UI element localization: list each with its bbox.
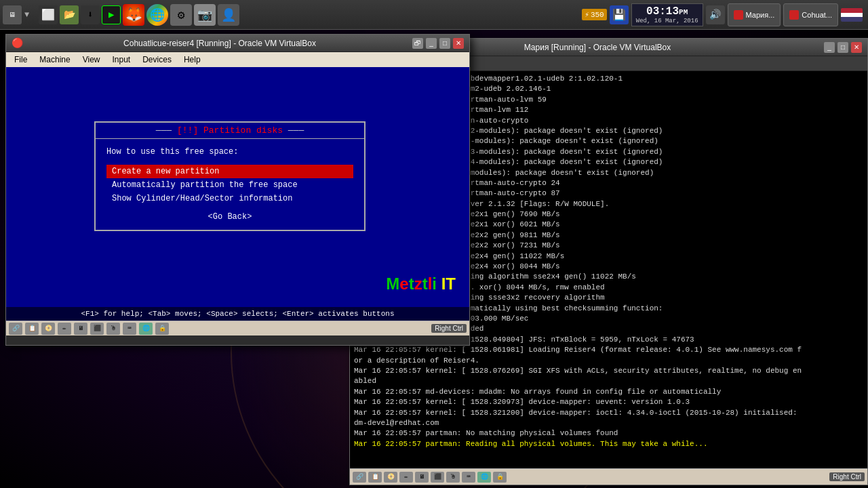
settings-icon[interactable]: ⚙ — [170, 4, 192, 26]
dialog-question: How to use this free space: — [106, 147, 353, 157]
cohuatlicue-menubar: File Machine View Input Devices Help — [6, 52, 469, 67]
firefox-icon[interactable]: 🦊 — [123, 4, 144, 26]
maria-statusbar: 🔗 📋 📀 ✏ 🖥 ⬛ 🖱 ⌨ 🌐 🔒 Right Ctrl — [350, 468, 867, 485]
download-icon[interactable]: ⬇ — [81, 5, 100, 24]
status-icon-display[interactable]: 🖥 — [74, 323, 87, 335]
maria-maximize-btn[interactable]: □ — [837, 42, 848, 53]
cohuat-btn-icon — [789, 10, 799, 20]
cohuatlicue-vm-screen[interactable]: ——— [!!] Partition disks ——— How to use … — [6, 67, 469, 321]
status-icon-keyboard[interactable]: ⌨ — [123, 323, 136, 335]
cohuatlicue-titlebar-icon: 🔴 — [12, 37, 23, 49]
dialog-option-2[interactable]: Show Cylinder/Head/Sector information — [106, 192, 353, 205]
cohuatlicue-statusbar: 🔗 📋 📀 ✏ 🖥 ⬛ 🖱 ⌨ 🌐 🔒 Right Ctrl — [6, 321, 469, 336]
window-manager-icon[interactable]: ⬜ — [39, 5, 58, 24]
menu-view[interactable]: View — [77, 54, 106, 66]
user-icon[interactable]: 👤 — [218, 4, 239, 26]
watermark-i: i — [432, 274, 437, 293]
status-icon-clipboard[interactable]: 📋 — [25, 323, 39, 335]
taskbar-apps: ⬜ 📂 ⬇ ▶ 🦊 🌐 ⚙ 📷 👤 — [33, 4, 245, 26]
cohuatlicue-window-controls: 🗗 _ □ ✕ — [412, 38, 464, 49]
watermark-m: M — [386, 274, 399, 293]
speed-indicator: ⚡ 350 — [582, 9, 606, 20]
dialog-title-bracket-open: ——— — [156, 125, 177, 136]
menu-help[interactable]: Help — [178, 54, 206, 66]
maria-task-btn[interactable]: Мария... — [728, 3, 781, 26]
taskbar-right: ⚡ 350 💾 03:13PM Wed, 16 Mar, 2016 🔊 Мари… — [576, 3, 868, 26]
status-icon-lock[interactable]: 🔒 — [155, 323, 169, 335]
watermark-t2: t — [422, 274, 428, 293]
menu-devices[interactable]: Devices — [137, 54, 177, 66]
cohuatlicue-virtualbox-window: 🔴 Cohuatlicue-reiser4 [Running] - Oracle… — [5, 34, 470, 346]
status-icon-usb[interactable]: ⬛ — [90, 323, 104, 335]
maria-btn-icon — [734, 10, 743, 20]
maria-status-icons: 🔗 📋 📀 ✏ 🖥 ⬛ 🖱 ⌨ 🌐 🔒 — [353, 472, 507, 483]
terminal-icon[interactable]: ▶ — [102, 5, 121, 24]
maria-status-icon-2[interactable]: 📋 — [368, 472, 382, 483]
files-icon[interactable]: 📂 — [60, 5, 79, 24]
cohuatlicue-close-btn[interactable]: ✕ — [453, 38, 464, 49]
maria-right-ctrl: Right Ctrl — [829, 472, 865, 481]
clock-date: Wed, 16 Mar, 2016 — [636, 18, 698, 24]
status-icon-edit[interactable]: ✏ — [58, 323, 71, 335]
speed-value: 350 — [591, 11, 604, 19]
watermark-e: e — [399, 274, 408, 293]
chrome-icon[interactable]: 🌐 — [146, 4, 168, 26]
maria-status-icon-1[interactable]: 🔗 — [353, 472, 366, 483]
key-hints: <F1> for help; <Tab> moves; <Space> sele… — [6, 307, 469, 321]
maria-minimize-btn[interactable]: _ — [824, 42, 835, 53]
dialog-back-button[interactable]: <Go Back> — [106, 212, 353, 222]
taskbar-expand-arrow[interactable]: ▼ — [23, 10, 31, 20]
storage-icon[interactable]: 💾 — [610, 5, 629, 24]
terminal-line-27: or a description of Reiser4. — [354, 356, 863, 366]
maria-status-icon-10[interactable]: 🔒 — [493, 472, 507, 483]
menu-machine[interactable]: Machine — [34, 54, 75, 66]
clock-widget: 03:13PM Wed, 16 Mar, 2016 — [631, 3, 703, 26]
cohuatlicue-collapse-btn[interactable]: 🗗 — [412, 38, 423, 49]
cohuat-btn-label: Cohuat... — [802, 11, 832, 19]
maria-close-btn[interactable]: ✕ — [851, 42, 862, 53]
maria-status-icon-6[interactable]: ⬛ — [431, 472, 444, 483]
cohuatlicue-titlebar-text: Cohuatlicue-reiser4 [Running] - Oracle V… — [27, 39, 412, 48]
dialog-title-text: [!!] Partition disks — [177, 125, 283, 136]
cohuatlicue-titlebar: 🔴 Cohuatlicue-reiser4 [Running] - Oracle… — [6, 35, 469, 52]
watermark-t: t — [409, 274, 414, 293]
cohuat-task-btn[interactable]: Cohuat... — [783, 3, 838, 26]
watermark-z: z — [414, 274, 422, 293]
taskbar-left: 🖥 ▼ — [0, 5, 33, 24]
metztli-watermark: Metztli IT — [386, 274, 456, 293]
dialog-option-0[interactable]: Create a new partition — [106, 165, 353, 178]
dialog-option-1[interactable]: Automatically partition the free space — [106, 178, 353, 192]
terminal-line-30: Mar 16 22:05:57 md-devices: mdadm: No ar… — [354, 387, 863, 397]
maria-status-icon-9[interactable]: 🌐 — [477, 472, 491, 483]
status-icon-mouse[interactable]: 🖱 — [106, 323, 120, 335]
status-icon-disk[interactable]: 📀 — [41, 323, 55, 335]
terminal-line-26: Mar 16 22:05:57 kernel: [ 1528.061981] L… — [354, 345, 863, 355]
clock-time: 03:13PM — [636, 5, 698, 18]
dialog-title: ——— [!!] Partition disks ——— — [96, 123, 364, 139]
menu-file[interactable]: File — [9, 54, 33, 66]
maria-btn-label: Мария... — [746, 11, 775, 19]
terminal-line-34: Mar 16 22:05:57 partman: No matching phy… — [354, 428, 863, 439]
start-icon[interactable]: 🖥 — [3, 5, 22, 24]
cohuatlicue-right-ctrl: Right Ctrl — [431, 324, 467, 333]
status-icon-capture[interactable]: 🔗 — [9, 323, 22, 335]
maria-status-icon-3[interactable]: 📀 — [384, 472, 397, 483]
partition-dialog: ——— [!!] Partition disks ——— How to use … — [94, 121, 366, 231]
photo-icon[interactable]: 📷 — [194, 4, 216, 26]
watermark-space — [437, 274, 441, 293]
taskbar: 🖥 ▼ ⬜ 📂 ⬇ ▶ 🦊 🌐 ⚙ 📷 👤 ⚡ 350 💾 03:13PM We… — [0, 0, 868, 30]
language-flag[interactable] — [841, 8, 863, 22]
cohuatlicue-minimize-btn[interactable]: _ — [426, 38, 437, 49]
terminal-line-31: Mar 16 22:05:57 kernel: [ 1528.320973] d… — [354, 397, 863, 407]
maria-status-icon-8[interactable]: ⌨ — [462, 472, 475, 483]
watermark-it: IT — [441, 274, 456, 293]
maria-status-icon-4[interactable]: ✏ — [399, 472, 413, 483]
menu-input[interactable]: Input — [107, 54, 136, 66]
terminal-line-29: abled — [354, 376, 863, 386]
cohuatlicue-maximize-btn[interactable]: □ — [439, 38, 450, 49]
maria-status-icon-5[interactable]: 🖥 — [415, 472, 429, 483]
audio-icon[interactable]: 🔊 — [706, 5, 725, 24]
status-icon-network[interactable]: 🌐 — [139, 323, 153, 335]
cohuatlicue-status-icons: 🔗 📋 📀 ✏ 🖥 ⬛ 🖱 ⌨ 🌐 🔒 — [9, 323, 169, 335]
maria-status-icon-7[interactable]: 🖱 — [446, 472, 460, 483]
